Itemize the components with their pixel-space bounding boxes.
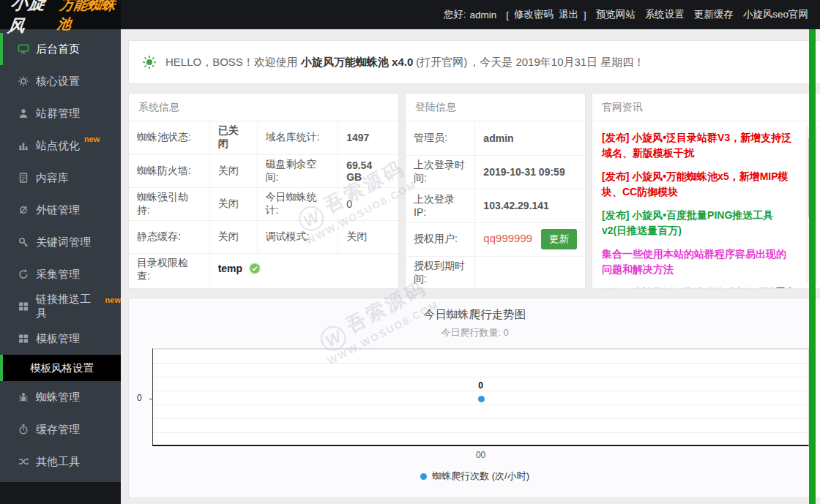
y-axis-tick-label: 0 [137,393,142,403]
authorized-user-value: qq999999 [483,232,532,244]
table-row: 授权用户: qq999999 更新 [406,222,585,256]
domain-count-value: 1497 [338,121,398,154]
dir-permission-text: temp [218,263,242,274]
system-settings-link[interactable]: 系统设置 [645,8,685,21]
sidebar-item-label: 缓存管理 [36,423,80,437]
refresh-cache-link[interactable]: 更新缓存 [694,8,734,21]
new-badge: new [84,135,100,143]
change-password-link[interactable]: 修改密码 [514,8,554,21]
sidebar-item-site-optimize[interactable]: 站点优化 new [0,129,121,162]
preview-site-link[interactable]: 预览网站 [596,8,636,21]
logo-text-secondary: 万能蜘蛛池 [56,0,124,34]
table-row: 管理员: admin [406,121,585,155]
news-item[interactable]: [教程] 小旋风泛目录站群的反向代理设置方 [602,285,796,289]
auth-expire-value [475,256,585,290]
legend-marker-icon [420,473,427,480]
table-row: 授权到期时间: [406,256,585,290]
last-login-time-value: 2019-10-31 09:59 [475,155,585,189]
sidebar-item-spider[interactable]: 蜘蛛管理 [0,381,121,413]
chart-legend: 蜘蛛爬行次数 (次/小时) [129,470,820,483]
info-label: 授权到期时间: [406,256,475,290]
sun-icon [142,55,157,69]
sidebar-item-label: 核心设置 [36,75,80,89]
sidebar-item-content-library[interactable]: 内容库 [0,162,121,194]
info-label: 今日蜘蛛统计: [257,187,338,220]
table-row: 蜘蛛强引劫持: 关闭 今日蜘蛛统计: 0 [129,187,398,220]
sidebar-item-other-tools[interactable]: 其他工具 [0,445,121,478]
sidebar-item-core-settings[interactable]: 核心设置 [0,65,121,97]
grid-icon [18,301,29,312]
dir-permission-value: temp [209,253,398,286]
table-row: 目录权限检查: temp [129,253,398,286]
sidebar-item-site-group[interactable]: 站群管理 [0,97,121,129]
sidebar-item-label: 蜘蛛管理 [36,391,80,405]
info-label: 蜘蛛防火墙: [129,154,209,187]
app-logo[interactable]: 小旋风 万能蜘蛛池 [0,0,121,29]
sidebar-item-keywords[interactable]: 关键词管理 [0,226,121,258]
product-name: 小旋风万能蜘蛛池 x4.0 [301,56,413,68]
sidebar-item-label: 站点优化 [36,139,80,153]
news-item[interactable]: [发布] 小旋风•泛目录站群V3，新增支持泛域名、新版模板干扰 [602,130,796,161]
sidebar-item-link-push[interactable]: 链接推送工具 new [0,290,121,323]
refresh-icon [18,268,29,280]
panel-title: 系统信息 [129,94,398,121]
news-item[interactable]: [发布] 小旋风•万能蜘蛛池x5，新增MIP模块、CC防御模块 [602,169,796,200]
current-username: admin [469,10,496,20]
new-badge: new [105,296,121,304]
sidebar-subitem-template-style[interactable]: 模板风格设置 [0,355,121,381]
info-label: 授权用户: [406,222,475,256]
official-site-link[interactable]: 小旋风seo官网 [743,8,808,21]
gear-icon [18,75,29,87]
bracket-close: ] [584,10,586,20]
check-circle-icon [249,263,261,277]
main-content: HELLO，BOSS！欢迎使用小旋风万能蜘蛛池 x4.0(打开官网)，今天是 2… [121,29,820,504]
update-button[interactable]: 更新 [541,229,577,249]
sidebar-item-external-links[interactable]: 外链管理 [0,194,121,226]
static-cache-status-value: 关闭 [209,220,257,253]
news-panel: 官网资讯 [发布] 小旋风•泛目录站群V3，新增支持泛域名、新版模板干扰 [发布… [592,93,820,289]
legend-label: 蜘蛛爬行次数 (次/小时) [432,470,529,483]
sidebar-item-template[interactable]: 模板管理 [0,323,121,355]
bar-chart-icon [18,140,29,151]
info-label: 上次登录时间: [406,155,475,189]
panel-title: 登陆信息 [406,94,585,121]
news-item[interactable]: [发布] 小旋风•百度批量PING推送工具v2(日推送量百万) [602,208,796,238]
sidebar-item-collection[interactable]: 采集管理 [0,258,121,290]
user-icon [18,108,29,119]
sidebar-item-home[interactable]: 后台首页 [0,33,121,65]
sidebar-item-label: 站群管理 [36,107,80,121]
welcome-text: HELLO，BOSS！欢迎使用小旋风万能蜘蛛池 x4.0(打开官网)，今天是 2… [165,56,644,69]
spider-icon [18,391,29,403]
info-label: 调试模式: [257,220,338,253]
debug-mode-value: 关闭 [338,220,398,253]
admin-name-value: admin [475,121,585,155]
table-row: 上次登录时间: 2019-10-31 09:59 [406,155,585,189]
logout-link[interactable]: 退出 [559,8,578,21]
x-axis-tick-label: 00 [152,450,809,460]
last-login-ip-value: 103.42.29.141 [475,189,585,222]
sidebar-item-label: 外链管理 [36,203,80,217]
news-list: [发布] 小旋风•泛目录站群V3，新增支持泛域名、新版模板干扰 [发布] 小旋风… [592,121,820,289]
news-item[interactable]: 集合一些使用本站的站群程序容易出现的问题和解决方法 [602,247,796,277]
panel-title: 官网资讯 [592,94,820,121]
link-icon [18,204,29,216]
info-label: 静态缓存: [129,220,209,253]
today-spider-count-value: 0 [338,187,398,220]
sidebar-item-cache[interactable]: 缓存管理 [0,413,121,445]
sidebar-item-label: 链接推送工具 [36,293,101,320]
app-root: 小旋风 万能蜘蛛池 您好: admin [ 修改密码 退出 ] 预览网站 系统设… [0,0,820,504]
topbar-menu: 您好: admin [ 修改密码 退出 ] 预览网站 系统设置 更新缓存 小旋风… [444,8,820,21]
data-point-label: 0 [478,380,483,391]
sidebar-item-label: 后台首页 [36,42,80,56]
document-icon [18,172,29,184]
open-official-site-link[interactable]: (打开官网) [416,56,467,68]
authorized-user-cell: qq999999 更新 [475,222,585,256]
spider-crawl-chart-panel: 今日蜘蛛爬行走势图 今日爬行数量: 0 0 0 00 蜘蛛爬行次数 (次/小时) [128,298,820,498]
page-scrollbar[interactable] [809,29,816,504]
plot-area: 0 0 [152,348,809,446]
greeting-label: 您好: [444,8,466,21]
y-axis-tick-mark [149,399,153,399]
chart-title: 今日蜘蛛爬行走势图 [129,307,820,323]
table-row: 上次登录IP: 103.42.29.141 [406,189,585,222]
table-row: 蜘蛛池状态: 已关闭 域名库统计: 1497 [129,121,398,154]
